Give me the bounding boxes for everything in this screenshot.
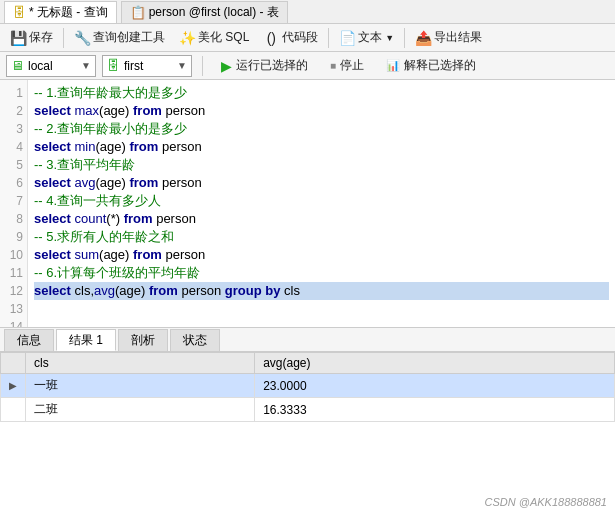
explain-icon: 📊 <box>386 59 400 72</box>
explain-button[interactable]: 📊 解释已选择的 <box>378 55 484 77</box>
beautify-label: 美化 SQL <box>198 29 249 46</box>
line-number: 2 <box>0 102 27 120</box>
result-tab-剖析[interactable]: 剖析 <box>118 329 168 351</box>
row-indicator <box>1 398 26 422</box>
query-builder-button[interactable]: 🔧 查询创建工具 <box>68 27 171 49</box>
table-row[interactable]: ▶一班23.0000 <box>1 374 615 398</box>
table-cell: 23.0000 <box>255 374 615 398</box>
export-results-button[interactable]: 📤 导出结果 <box>409 27 488 49</box>
line-number: 11 <box>0 264 27 282</box>
code-line: select sum(age) from person <box>34 246 609 264</box>
explain-label: 解释已选择的 <box>404 57 476 74</box>
line-number: 10 <box>0 246 27 264</box>
results-area: 信息结果 1剖析状态 clsavg(age) ▶一班23.0000二班16.33… <box>0 328 615 516</box>
db-icon: 🗄 <box>13 5 26 20</box>
editor-content[interactable]: 1234567891011121314151617 -- 1.查询年龄最大的是多… <box>0 80 615 327</box>
code-line: select count(*) from person <box>34 210 609 228</box>
code-segment-button[interactable]: () 代码段 <box>257 27 324 49</box>
code-line: select avg(age) from person <box>34 174 609 192</box>
run-selected-button[interactable]: ▶ 运行已选择的 <box>213 55 316 77</box>
column-header: avg(age) <box>255 353 615 374</box>
title-tabs: 🗄 * 无标题 - 查询 📋 person @first (local) - 表 <box>4 1 611 23</box>
result-tab-信息[interactable]: 信息 <box>4 329 54 351</box>
db-label: first <box>124 59 143 73</box>
table-cell: 二班 <box>26 398 255 422</box>
line-numbers: 1234567891011121314151617 <box>0 80 28 327</box>
stop-label: 停止 <box>340 57 364 74</box>
line-number: 12 <box>0 282 27 300</box>
app-container: 🗄 * 无标题 - 查询 📋 person @first (local) - 表… <box>0 0 615 516</box>
code-line: -- 1.查询年龄最大的是多少 <box>34 84 609 102</box>
code-line: -- 4.查询一共有多少人 <box>34 192 609 210</box>
line-number: 13 <box>0 300 27 318</box>
code-line: select min(age) from person <box>34 138 609 156</box>
table-cell: 一班 <box>26 374 255 398</box>
text-label: 文本 <box>358 29 382 46</box>
db-dropdown-icon: ▼ <box>177 60 187 71</box>
sep3 <box>404 28 405 48</box>
server-icon: 🖥 <box>11 58 24 73</box>
row-indicator: ▶ <box>1 374 26 398</box>
export-icon: 📤 <box>415 30 431 46</box>
result-tab-状态[interactable]: 状态 <box>170 329 220 351</box>
line-number: 6 <box>0 174 27 192</box>
line-number: 1 <box>0 84 27 102</box>
conn-sep <box>202 56 203 76</box>
code-segment-icon: () <box>263 30 279 46</box>
save-button[interactable]: 💾 保存 <box>4 27 59 49</box>
save-label: 保存 <box>29 29 53 46</box>
query-builder-icon: 🔧 <box>74 30 90 46</box>
line-number: 9 <box>0 228 27 246</box>
sep1 <box>63 28 64 48</box>
results-content: clsavg(age) ▶一班23.0000二班16.3333 <box>0 352 615 516</box>
result-tab-结果1[interactable]: 结果 1 <box>56 329 116 351</box>
title-bar: 🗄 * 无标题 - 查询 📋 person @first (local) - 表 <box>0 0 615 24</box>
watermark: CSDN @AKK188888881 <box>485 496 607 508</box>
toolbar: 💾 保存 🔧 查询创建工具 ✨ 美化 SQL () 代码段 📄 文本 ▼ 📤 导… <box>0 24 615 52</box>
connection-bar: 🖥 local ▼ 🗄 first ▼ ▶ 运行已选择的 ■ 停止 📊 解释已选… <box>0 52 615 80</box>
db-select[interactable]: 🗄 first ▼ <box>102 55 192 77</box>
tab-table[interactable]: 📋 person @first (local) - 表 <box>121 1 288 23</box>
text-button[interactable]: 📄 文本 ▼ <box>333 27 400 49</box>
editor-area: 1234567891011121314151617 -- 1.查询年龄最大的是多… <box>0 80 615 328</box>
beautify-sql-button[interactable]: ✨ 美化 SQL <box>173 27 255 49</box>
column-header: cls <box>26 353 255 374</box>
save-icon: 💾 <box>10 30 26 46</box>
line-number: 3 <box>0 120 27 138</box>
tab-query[interactable]: 🗄 * 无标题 - 查询 <box>4 1 117 23</box>
code-line: -- 5.求所有人的年龄之和 <box>34 228 609 246</box>
server-label: local <box>28 59 53 73</box>
stop-button[interactable]: ■ 停止 <box>322 55 372 77</box>
tab-table-label: person @first (local) - 表 <box>149 4 279 21</box>
server-dropdown-icon: ▼ <box>81 60 91 71</box>
code-lines[interactable]: -- 1.查询年龄最大的是多少select max(age) from pers… <box>28 80 615 327</box>
stop-icon: ■ <box>330 60 336 71</box>
table-cell: 16.3333 <box>255 398 615 422</box>
code-line: select max(age) from person <box>34 102 609 120</box>
code-line: -- 6.计算每个班级的平均年龄 <box>34 264 609 282</box>
sep2 <box>328 28 329 48</box>
text-icon: 📄 <box>339 30 355 46</box>
line-number: 5 <box>0 156 27 174</box>
table-row[interactable]: 二班16.3333 <box>1 398 615 422</box>
server-select[interactable]: 🖥 local ▼ <box>6 55 96 77</box>
results-table: clsavg(age) ▶一班23.0000二班16.3333 <box>0 352 615 422</box>
run-selected-label: 运行已选择的 <box>236 57 308 74</box>
code-line: select cls,avg(age) from person group by… <box>34 282 609 300</box>
row-indicator-header <box>1 353 26 374</box>
results-tabs: 信息结果 1剖析状态 <box>0 328 615 352</box>
db-select-icon: 🗄 <box>107 58 120 73</box>
code-line: -- 2.查询年龄最小的是多少 <box>34 120 609 138</box>
query-builder-label: 查询创建工具 <box>93 29 165 46</box>
line-number: 7 <box>0 192 27 210</box>
beautify-icon: ✨ <box>179 30 195 46</box>
line-number: 4 <box>0 138 27 156</box>
query-tab-label: * 无标题 - 查询 <box>29 4 108 21</box>
table-icon: 📋 <box>130 5 146 20</box>
tab-query-title: 无标题 - 查询 <box>37 5 108 19</box>
line-number: 14 <box>0 318 27 327</box>
export-label: 导出结果 <box>434 29 482 46</box>
play-icon: ▶ <box>221 58 232 74</box>
code-segment-label: 代码段 <box>282 29 318 46</box>
text-dropdown-icon: ▼ <box>385 33 394 43</box>
